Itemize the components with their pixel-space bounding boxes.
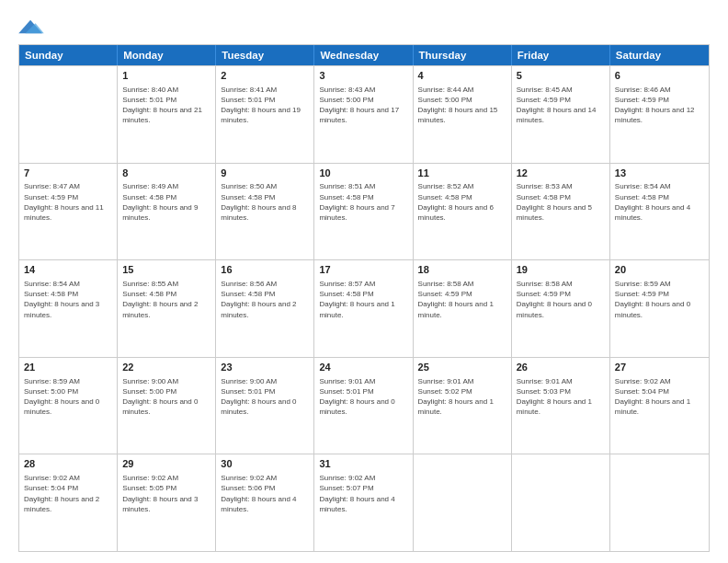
day-info: Sunrise: 9:00 AM Sunset: 5:01 PM Dayligh… [221,376,309,418]
calendar-cell: 12Sunrise: 8:53 AM Sunset: 4:58 PM Dayli… [512,164,610,260]
calendar-cell: 22Sunrise: 9:00 AM Sunset: 5:00 PM Dayli… [118,358,216,454]
day-number: 8 [122,167,210,180]
calendar-cell: 13Sunrise: 8:54 AM Sunset: 4:58 PM Dayli… [610,164,709,260]
day-number: 2 [221,69,309,83]
day-info: Sunrise: 8:59 AM Sunset: 5:00 PM Dayligh… [24,376,112,418]
day-number: 10 [319,167,407,180]
header-cell-monday: Monday [118,45,216,65]
calendar-cell: 19Sunrise: 8:58 AM Sunset: 4:59 PM Dayli… [512,260,610,357]
day-info: Sunrise: 8:58 AM Sunset: 4:59 PM Dayligh… [418,279,506,320]
calendar-row-3: 14Sunrise: 8:54 AM Sunset: 4:58 PM Dayli… [19,259,709,357]
calendar-cell: 7Sunrise: 8:47 AM Sunset: 4:59 PM Daylig… [19,164,118,260]
calendar-row-2: 7Sunrise: 8:47 AM Sunset: 4:59 PM Daylig… [19,163,709,260]
day-number: 27 [615,361,704,374]
day-info: Sunrise: 9:02 AM Sunset: 5:05 PM Dayligh… [122,473,210,514]
day-info: Sunrise: 8:53 AM Sunset: 4:58 PM Dayligh… [517,181,605,223]
calendar-cell: 26Sunrise: 9:01 AM Sunset: 5:03 PM Dayli… [512,358,610,454]
day-info: Sunrise: 8:57 AM Sunset: 4:58 PM Dayligh… [319,279,407,320]
day-info: Sunrise: 9:02 AM Sunset: 5:04 PM Dayligh… [615,376,704,418]
calendar-cell: 16Sunrise: 8:56 AM Sunset: 4:58 PM Dayli… [216,260,314,357]
day-number: 20 [615,263,704,277]
calendar-cell: 20Sunrise: 8:59 AM Sunset: 4:59 PM Dayli… [610,260,709,357]
day-info: Sunrise: 8:55 AM Sunset: 4:58 PM Dayligh… [122,279,210,320]
day-number: 16 [221,263,309,277]
day-info: Sunrise: 8:54 AM Sunset: 4:58 PM Dayligh… [24,279,112,320]
day-number: 21 [24,361,112,374]
day-number: 9 [221,167,309,180]
day-info: Sunrise: 9:00 AM Sunset: 5:00 PM Dayligh… [122,376,210,418]
calendar-cell: 29Sunrise: 9:02 AM Sunset: 5:05 PM Dayli… [118,454,216,551]
calendar-cell [512,454,610,551]
day-number: 29 [122,457,210,471]
day-number: 4 [418,69,506,83]
calendar-row-4: 21Sunrise: 8:59 AM Sunset: 5:00 PM Dayli… [19,357,709,454]
header-cell-sunday: Sunday [19,45,118,65]
header [18,17,710,37]
day-number: 28 [24,457,112,471]
logo [18,17,48,37]
day-number: 31 [319,457,407,471]
day-info: Sunrise: 8:54 AM Sunset: 4:58 PM Dayligh… [615,181,704,223]
day-info: Sunrise: 8:43 AM Sunset: 5:00 PM Dayligh… [319,85,407,126]
day-info: Sunrise: 8:56 AM Sunset: 4:58 PM Dayligh… [221,279,309,320]
calendar-cell: 25Sunrise: 9:01 AM Sunset: 5:02 PM Dayli… [414,358,512,454]
day-number: 5 [517,69,605,83]
day-number: 30 [221,457,309,471]
day-info: Sunrise: 8:49 AM Sunset: 4:58 PM Dayligh… [122,181,210,223]
day-info: Sunrise: 8:40 AM Sunset: 5:01 PM Dayligh… [122,85,210,126]
day-number: 3 [319,69,407,83]
calendar-cell: 23Sunrise: 9:00 AM Sunset: 5:01 PM Dayli… [216,358,314,454]
calendar-cell: 6Sunrise: 8:46 AM Sunset: 4:59 PM Daylig… [610,66,709,163]
calendar-cell: 2Sunrise: 8:41 AM Sunset: 5:01 PM Daylig… [216,66,314,163]
day-info: Sunrise: 9:02 AM Sunset: 5:06 PM Dayligh… [221,473,309,514]
day-number: 12 [517,167,605,180]
day-info: Sunrise: 8:45 AM Sunset: 4:59 PM Dayligh… [517,85,605,126]
day-number: 7 [24,167,112,180]
day-info: Sunrise: 8:58 AM Sunset: 4:59 PM Dayligh… [517,279,605,320]
calendar: SundayMondayTuesdayWednesdayThursdayFrid… [18,44,710,552]
day-number: 13 [615,167,704,180]
header-cell-friday: Friday [512,45,610,65]
calendar-body: 1Sunrise: 8:40 AM Sunset: 5:01 PM Daylig… [19,65,709,551]
day-info: Sunrise: 9:02 AM Sunset: 5:07 PM Dayligh… [319,473,407,514]
day-info: Sunrise: 8:47 AM Sunset: 4:59 PM Dayligh… [24,181,112,223]
day-info: Sunrise: 8:52 AM Sunset: 4:58 PM Dayligh… [418,181,506,223]
day-number: 25 [418,361,506,374]
header-cell-saturday: Saturday [610,45,709,65]
calendar-cell: 3Sunrise: 8:43 AM Sunset: 5:00 PM Daylig… [314,66,413,163]
calendar-cell: 9Sunrise: 8:50 AM Sunset: 4:58 PM Daylig… [216,164,314,260]
day-info: Sunrise: 9:02 AM Sunset: 5:04 PM Dayligh… [24,473,112,514]
day-number: 23 [221,361,309,374]
calendar-cell: 11Sunrise: 8:52 AM Sunset: 4:58 PM Dayli… [414,164,512,260]
calendar-cell: 10Sunrise: 8:51 AM Sunset: 4:58 PM Dayli… [314,164,413,260]
calendar-cell: 18Sunrise: 8:58 AM Sunset: 4:59 PM Dayli… [414,260,512,357]
logo-icon [18,17,44,37]
calendar-cell: 17Sunrise: 8:57 AM Sunset: 4:58 PM Dayli… [314,260,413,357]
calendar-cell: 31Sunrise: 9:02 AM Sunset: 5:07 PM Dayli… [314,454,413,551]
calendar-cell [414,454,512,551]
calendar-cell: 1Sunrise: 8:40 AM Sunset: 5:01 PM Daylig… [118,66,216,163]
calendar-cell: 14Sunrise: 8:54 AM Sunset: 4:58 PM Dayli… [19,260,118,357]
day-number: 22 [122,361,210,374]
day-number: 18 [418,263,506,277]
day-number: 1 [122,69,210,83]
calendar-cell: 4Sunrise: 8:44 AM Sunset: 5:00 PM Daylig… [414,66,512,163]
day-info: Sunrise: 9:01 AM Sunset: 5:02 PM Dayligh… [418,376,506,418]
calendar-cell [19,66,118,163]
calendar-row-5: 28Sunrise: 9:02 AM Sunset: 5:04 PM Dayli… [19,454,709,551]
day-number: 6 [615,69,704,83]
day-number: 15 [122,263,210,277]
calendar-cell: 5Sunrise: 8:45 AM Sunset: 4:59 PM Daylig… [512,66,610,163]
day-info: Sunrise: 8:59 AM Sunset: 4:59 PM Dayligh… [615,279,704,320]
day-info: Sunrise: 9:01 AM Sunset: 5:03 PM Dayligh… [517,376,605,418]
calendar-cell: 30Sunrise: 9:02 AM Sunset: 5:06 PM Dayli… [216,454,314,551]
calendar-cell: 21Sunrise: 8:59 AM Sunset: 5:00 PM Dayli… [19,358,118,454]
calendar-cell [610,454,709,551]
day-info: Sunrise: 8:51 AM Sunset: 4:58 PM Dayligh… [319,181,407,223]
day-number: 26 [517,361,605,374]
day-info: Sunrise: 8:41 AM Sunset: 5:01 PM Dayligh… [221,85,309,126]
page: SundayMondayTuesdayWednesdayThursdayFrid… [0,0,728,563]
calendar-cell: 15Sunrise: 8:55 AM Sunset: 4:58 PM Dayli… [118,260,216,357]
day-info: Sunrise: 8:44 AM Sunset: 5:00 PM Dayligh… [418,85,506,126]
calendar-cell: 24Sunrise: 9:01 AM Sunset: 5:01 PM Dayli… [314,358,413,454]
